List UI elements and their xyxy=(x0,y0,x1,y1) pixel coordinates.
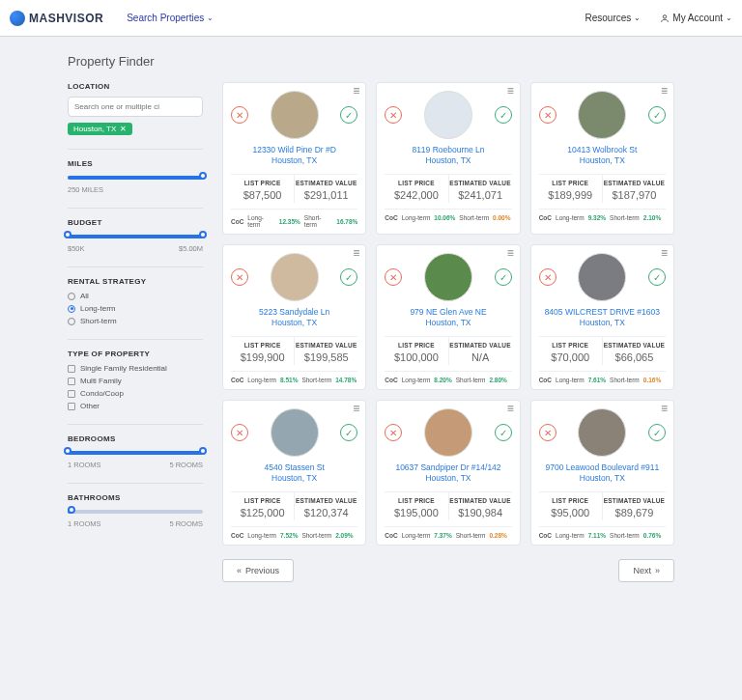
chevron-down-icon: ⌄ xyxy=(726,14,732,22)
accept-button[interactable]: ✓ xyxy=(340,268,357,286)
card-menu-icon[interactable]: ≡ xyxy=(507,251,514,255)
chevron-left-icon: « xyxy=(237,566,242,575)
property-image[interactable] xyxy=(271,253,319,301)
card-menu-icon[interactable]: ≡ xyxy=(507,406,514,410)
reject-button[interactable]: ✕ xyxy=(231,424,248,441)
card-menu-icon[interactable]: ≡ xyxy=(661,251,668,255)
property-image[interactable] xyxy=(271,91,319,139)
bath-max: 5 ROOMS xyxy=(169,519,203,528)
property-address[interactable]: 10637 Sandpiper Dr #14/142 Houston, TX xyxy=(385,462,511,484)
accept-button[interactable]: ✓ xyxy=(648,424,666,441)
bed-min: 1 ROOMS xyxy=(68,461,101,469)
property-image[interactable] xyxy=(578,253,626,301)
close-icon[interactable]: ✕ xyxy=(120,125,127,133)
card-menu-icon[interactable]: ≡ xyxy=(661,406,668,410)
radio-long[interactable]: Long-term xyxy=(68,304,203,313)
logo[interactable]: MASHVISOR xyxy=(10,11,103,26)
slider-thumb[interactable] xyxy=(68,506,75,514)
price-row: LIST PRICE $125,000 ESTIMATED VALUE $120… xyxy=(231,491,357,520)
check-multi[interactable]: Multi Family xyxy=(68,377,203,385)
property-address[interactable]: 10413 Wolbrook St Houston, TX xyxy=(539,145,666,166)
property-address[interactable]: 12330 Wild Pine Dr #D Houston, TX xyxy=(231,145,357,166)
card-menu-icon[interactable]: ≡ xyxy=(353,251,359,255)
slider-thumb-min[interactable] xyxy=(64,447,71,455)
nav-account[interactable]: My Account ⌄ xyxy=(660,13,732,23)
property-address[interactable]: 9700 Leawood Boulevard #911 Houston, TX xyxy=(539,462,666,484)
property-address[interactable]: 979 NE Glen Ave NE Houston, TX xyxy=(385,307,511,328)
card-menu-icon[interactable]: ≡ xyxy=(353,406,359,410)
radio-icon xyxy=(68,305,75,313)
reject-button[interactable]: ✕ xyxy=(231,106,248,124)
property-image[interactable] xyxy=(271,408,319,457)
accept-button[interactable]: ✓ xyxy=(648,268,666,286)
reject-button[interactable]: ✕ xyxy=(385,424,402,441)
accept-button[interactable]: ✓ xyxy=(340,106,357,124)
coc-long-label: Long-term xyxy=(402,532,431,539)
coc-prefix: CoC xyxy=(231,532,243,539)
budget-slider[interactable] xyxy=(68,235,203,238)
est-value: $66,065 xyxy=(603,351,666,363)
reject-button[interactable]: ✕ xyxy=(539,268,556,286)
property-address[interactable]: 5223 Sandydale Ln Houston, TX xyxy=(231,307,357,328)
property-image[interactable] xyxy=(424,408,472,457)
property-card: ≡ ✕ ✓ 12330 Wild Pine Dr #D Houston, TX … xyxy=(222,82,366,235)
check-sfr[interactable]: Single Family Residential xyxy=(68,364,203,373)
accept-button[interactable]: ✓ xyxy=(340,424,357,441)
check-other[interactable]: Other xyxy=(68,402,203,410)
slider-thumb[interactable] xyxy=(199,172,207,180)
coc-short-value: 16.78% xyxy=(336,218,357,225)
est-value: $241,071 xyxy=(449,189,512,201)
bathrooms-slider[interactable] xyxy=(68,510,203,514)
reject-button[interactable]: ✕ xyxy=(539,424,556,441)
coc-long-label: Long-term xyxy=(402,214,431,221)
coc-short-value: 0.76% xyxy=(643,532,661,539)
nav-search-properties[interactable]: Search Properties ⌄ xyxy=(127,13,214,23)
est-value: $190,984 xyxy=(449,507,512,518)
previous-button[interactable]: «Previous xyxy=(222,559,294,582)
reject-button[interactable]: ✕ xyxy=(385,268,402,286)
accept-button[interactable]: ✓ xyxy=(648,106,666,124)
accept-button[interactable]: ✓ xyxy=(495,106,512,124)
location-tag-text: Houston, TX xyxy=(73,125,116,133)
location-tag[interactable]: Houston, TX ✕ xyxy=(68,123,132,135)
property-address[interactable]: 8405 WILCREST DRIVE #1603 Houston, TX xyxy=(539,307,666,328)
reject-button[interactable]: ✕ xyxy=(539,106,556,124)
property-image[interactable] xyxy=(424,253,472,301)
list-price-label: LIST PRICE xyxy=(231,342,294,349)
price-row: LIST PRICE $100,000 ESTIMATED VALUE N/A xyxy=(385,336,511,365)
card-menu-icon[interactable]: ≡ xyxy=(507,89,514,93)
miles-label: MILES xyxy=(68,159,203,168)
accept-button[interactable]: ✓ xyxy=(495,268,512,286)
property-image[interactable] xyxy=(578,91,626,139)
slider-thumb-min[interactable] xyxy=(64,231,71,238)
coc-short-label: Short-term xyxy=(301,377,331,383)
property-image[interactable] xyxy=(578,408,626,457)
property-image[interactable] xyxy=(424,91,472,139)
check-condo[interactable]: Condo/Coop xyxy=(68,389,203,398)
accept-button[interactable]: ✓ xyxy=(495,424,512,441)
location-search-input[interactable] xyxy=(68,97,203,117)
radio-short[interactable]: Short-term xyxy=(68,317,203,325)
est-value: $199,585 xyxy=(295,351,357,363)
est-value: $120,374 xyxy=(295,507,357,518)
radio-all[interactable]: All xyxy=(68,292,203,300)
property-address[interactable]: 4540 Stassen St Houston, TX xyxy=(231,462,357,484)
reject-button[interactable]: ✕ xyxy=(385,106,402,124)
chevron-down-icon: ⌄ xyxy=(207,14,214,22)
coc-prefix: CoC xyxy=(539,532,552,539)
coc-short-label: Short-term xyxy=(301,532,331,539)
reject-button[interactable]: ✕ xyxy=(231,268,248,286)
nav-resources[interactable]: Resources ⌄ xyxy=(585,13,641,23)
card-menu-icon[interactable]: ≡ xyxy=(661,89,668,93)
coc-prefix: CoC xyxy=(231,218,243,225)
next-button[interactable]: Next» xyxy=(618,559,674,582)
miles-slider[interactable] xyxy=(68,176,203,180)
slider-thumb-max[interactable] xyxy=(199,447,207,455)
addr-line2: Houston, TX xyxy=(539,473,666,484)
nav-resources-label: Resources xyxy=(585,13,631,23)
bedrooms-slider[interactable] xyxy=(68,451,203,455)
slider-thumb-max[interactable] xyxy=(199,231,207,238)
coc-long-label: Long-term xyxy=(556,532,585,539)
card-menu-icon[interactable]: ≡ xyxy=(353,89,359,93)
property-address[interactable]: 8119 Roebourne Ln Houston, TX xyxy=(385,145,511,166)
